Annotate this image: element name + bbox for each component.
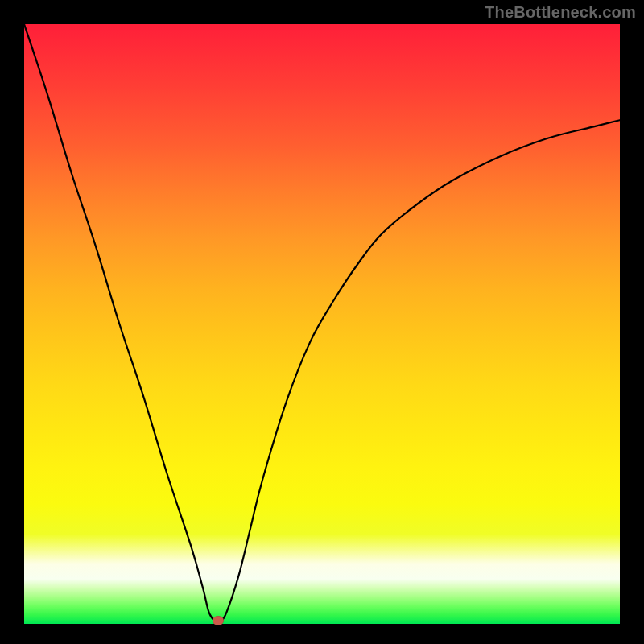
- chart-stage: TheBottleneck.com: [0, 0, 644, 644]
- watermark-text: TheBottleneck.com: [485, 3, 636, 22]
- bottleneck-curve: [24, 24, 620, 624]
- optimum-marker-icon: [213, 616, 224, 625]
- plot-area: [24, 24, 620, 624]
